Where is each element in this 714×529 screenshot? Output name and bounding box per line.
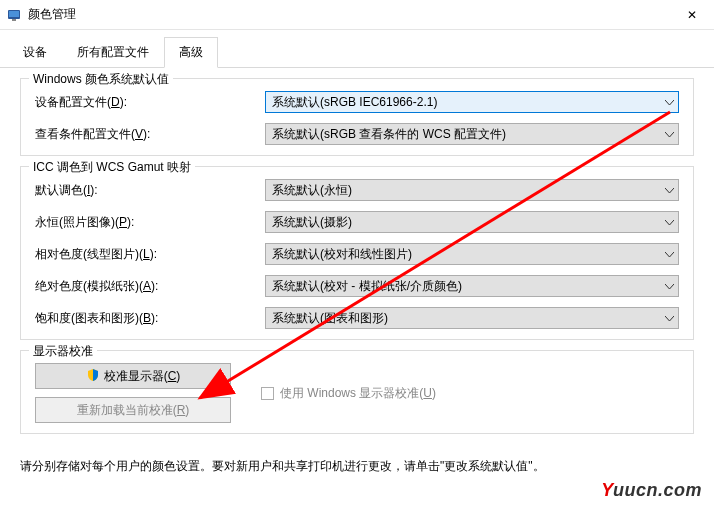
group-defaults-legend: Windows 颜色系统默认值	[29, 71, 173, 88]
chevron-down-icon	[665, 247, 674, 261]
chevron-down-icon	[665, 95, 674, 109]
titlebar: 颜色管理 ✕	[0, 0, 714, 30]
chevron-down-icon	[665, 279, 674, 293]
viewing-profile-label: 查看条件配置文件(V):	[35, 126, 265, 143]
device-profile-select[interactable]: 系统默认(sRGB IEC61966-2.1)	[265, 91, 679, 113]
saturation-select[interactable]: 系统默认(图表和图形)	[265, 307, 679, 329]
content-area: Windows 颜色系统默认值 设备配置文件(D): 系统默认(sRGB IEC…	[0, 68, 714, 450]
calibrate-display-button[interactable]: 校准显示器(C)	[35, 363, 231, 389]
use-windows-label: 使用 Windows 显示器校准(U)	[280, 385, 436, 402]
group-windows-defaults: Windows 颜色系统默认值 设备配置文件(D): 系统默认(sRGB IEC…	[20, 78, 694, 156]
chevron-down-icon	[665, 311, 674, 325]
checkbox-icon	[261, 387, 274, 400]
chevron-down-icon	[665, 215, 674, 229]
absolute-select[interactable]: 系统默认(校对 - 模拟纸张/介质颜色)	[265, 275, 679, 297]
group-calib-legend: 显示器校准	[29, 343, 97, 360]
default-intent-label: 默认调色(I):	[35, 182, 265, 199]
watermark: Yuucn.com	[601, 480, 702, 501]
device-profile-label: 设备配置文件(D):	[35, 94, 265, 111]
viewing-profile-value: 系统默认(sRGB 查看条件的 WCS 配置文件)	[272, 126, 506, 143]
reload-calibration-button: 重新加载当前校准(R)	[35, 397, 231, 423]
absolute-label: 绝对色度(模拟纸张)(A):	[35, 278, 265, 295]
perceptual-label: 永恒(照片图像)(P):	[35, 214, 265, 231]
group-display-calibration: 显示器校准 校准显示器(C) 重新加载当前校准(R) 使用 Windows 显示…	[20, 350, 694, 434]
group-gamut-legend: ICC 调色到 WCS Gamut 映射	[29, 159, 195, 176]
chevron-down-icon	[665, 183, 674, 197]
use-windows-calibration-checkbox[interactable]: 使用 Windows 显示器校准(U)	[261, 385, 436, 402]
relative-label: 相对色度(线型图片)(L):	[35, 246, 265, 263]
tab-devices[interactable]: 设备	[8, 37, 62, 68]
tab-all-profiles[interactable]: 所有配置文件	[62, 37, 164, 68]
app-icon	[6, 7, 22, 23]
perceptual-select[interactable]: 系统默认(摄影)	[265, 211, 679, 233]
svg-rect-2	[12, 19, 16, 21]
close-button[interactable]: ✕	[669, 0, 714, 30]
tab-advanced[interactable]: 高级	[164, 37, 218, 68]
tab-bar: 设备 所有配置文件 高级	[0, 30, 714, 68]
chevron-down-icon	[665, 127, 674, 141]
svg-rect-1	[9, 11, 19, 17]
window-title: 颜色管理	[28, 6, 669, 23]
group-gamut-mapping: ICC 调色到 WCS Gamut 映射 默认调色(I): 系统默认(永恒) 永…	[20, 166, 694, 340]
shield-icon	[86, 368, 100, 385]
saturation-label: 饱和度(图表和图形)(B):	[35, 310, 265, 327]
default-intent-select[interactable]: 系统默认(永恒)	[265, 179, 679, 201]
device-profile-value: 系统默认(sRGB IEC61966-2.1)	[272, 94, 437, 111]
relative-select[interactable]: 系统默认(校对和线性图片)	[265, 243, 679, 265]
viewing-profile-select[interactable]: 系统默认(sRGB 查看条件的 WCS 配置文件)	[265, 123, 679, 145]
footer-instruction: 请分别存储对每个用户的颜色设置。要对新用户和共享打印机进行更改，请单击"更改系统…	[0, 450, 714, 475]
